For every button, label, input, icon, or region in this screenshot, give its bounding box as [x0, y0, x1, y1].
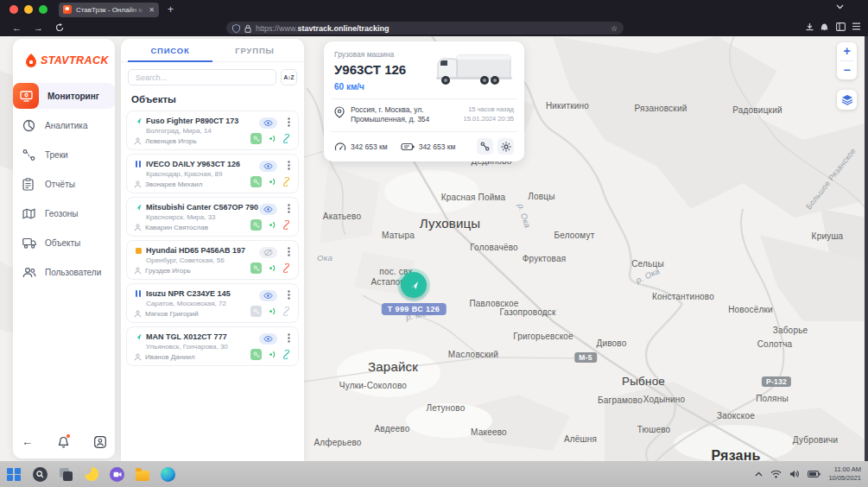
- search-input[interactable]: [128, 69, 276, 85]
- taskbar-search-button[interactable]: [33, 467, 48, 482]
- driver-icon: [134, 353, 142, 361]
- visibility-toggle[interactable]: [259, 204, 277, 215]
- ignition-key-icon[interactable]: [250, 262, 262, 274]
- map-label: Белоомут: [554, 231, 594, 240]
- pie-chart-icon: [22, 119, 36, 132]
- chevron-down-icon[interactable]: [836, 4, 844, 9]
- visibility-toggle[interactable]: [259, 117, 277, 129]
- visibility-toggle[interactable]: [259, 247, 277, 258]
- visibility-toggle[interactable]: [259, 290, 277, 301]
- sort-az-button[interactable]: A↕Z: [281, 69, 297, 85]
- sidebar-item-objects[interactable]: Объекты: [13, 230, 115, 256]
- zoom-in-button[interactable]: +: [837, 42, 857, 60]
- route-settings-button[interactable]: [477, 138, 493, 155]
- tab-list[interactable]: СПИСОК: [128, 39, 212, 62]
- tray-expand-icon[interactable]: [755, 471, 763, 477]
- tab-close-icon[interactable]: ✕: [149, 6, 155, 14]
- close-window-button[interactable]: [10, 5, 18, 14]
- vehicle-card[interactable]: Hyundai HD65 Р456АВ 197 Оренбург, Советс…: [126, 240, 299, 280]
- file-explorer-icon[interactable]: [136, 471, 149, 481]
- more-options-icon[interactable]: [288, 247, 290, 256]
- vehicle-card[interactable]: IVECO DAILY У963СТ 126 Краснодар, Красна…: [126, 154, 299, 193]
- connection-link-icon[interactable]: [282, 220, 291, 230]
- map-label: Рязановский: [635, 104, 687, 113]
- connection-link-icon[interactable]: [282, 307, 291, 316]
- edge-browser-icon[interactable]: [161, 467, 175, 482]
- more-options-icon[interactable]: [288, 117, 290, 127]
- url-bar[interactable]: https://www.stavtrack.online/tracking ☆: [226, 22, 624, 35]
- camera-app-icon[interactable]: [110, 467, 124, 482]
- scrollbar[interactable]: [865, 36, 868, 461]
- visibility-toggle[interactable]: [259, 161, 277, 172]
- ignition-key-icon[interactable]: [250, 349, 262, 360]
- vehicle-marker[interactable]: [401, 272, 427, 298]
- new-tab-button[interactable]: +: [168, 3, 174, 16]
- signal-icon[interactable]: [267, 350, 276, 359]
- settings-button[interactable]: [497, 138, 514, 155]
- driver-icon: [134, 310, 142, 318]
- sidebar-item-geozones[interactable]: Геозоны: [13, 200, 115, 226]
- extension-icon[interactable]: [820, 22, 829, 32]
- vehicle-card[interactable]: Fuso Fighter Р890СТ 173 Волгоград, Мира,…: [126, 111, 299, 150]
- collapse-sidebar-button[interactable]: ←: [22, 435, 33, 448]
- sidebar-panel-icon[interactable]: [836, 22, 846, 31]
- odometer-icon: [334, 142, 346, 152]
- task-view-button[interactable]: [59, 467, 73, 482]
- map-layers-button[interactable]: [837, 90, 857, 110]
- sidebar-item-tracks[interactable]: Треки: [13, 142, 115, 168]
- bookmark-star-icon[interactable]: ☆: [611, 24, 618, 33]
- sidebar-item-users[interactable]: Пользователи: [13, 259, 115, 285]
- vehicle-card[interactable]: MAN TGL Х012СТ 777 Ульяновск, Гончарова,…: [126, 326, 299, 366]
- ignition-key-icon[interactable]: [250, 133, 262, 144]
- visibility-toggle[interactable]: [259, 333, 277, 345]
- map-label: Дивово: [596, 338, 626, 348]
- wifi-icon[interactable]: [770, 470, 782, 478]
- more-options-icon[interactable]: [288, 204, 290, 213]
- back-icon[interactable]: ←: [12, 23, 22, 33]
- menu-icon[interactable]: [852, 22, 861, 30]
- map-label: Акатьево: [323, 212, 361, 221]
- map-label: Константиново: [652, 292, 714, 301]
- signal-icon[interactable]: [267, 263, 276, 273]
- more-options-icon[interactable]: [288, 333, 290, 343]
- sidebar-item-reports[interactable]: Отчёты: [13, 171, 115, 197]
- profile-button[interactable]: [94, 436, 106, 448]
- shield-icon: [232, 24, 240, 33]
- map-label: Рыбное: [622, 375, 665, 388]
- minimize-window-button[interactable]: [24, 5, 33, 14]
- tab-groups[interactable]: ГРУППЫ: [212, 39, 297, 61]
- battery-icon[interactable]: [808, 471, 820, 478]
- downloads-icon[interactable]: [805, 22, 814, 32]
- clock[interactable]: 11:00 AM 10/05/2021: [828, 465, 861, 483]
- clock-date: 10/05/2021: [828, 474, 861, 483]
- zoom-out-button[interactable]: −: [837, 61, 857, 79]
- more-options-icon[interactable]: [288, 290, 290, 300]
- reload-icon[interactable]: [55, 23, 64, 32]
- vehicle-card[interactable]: Mitsubishi Canter С567ОР 790 Красноярск,…: [126, 197, 299, 237]
- connection-link-icon[interactable]: [282, 134, 291, 143]
- connection-link-icon[interactable]: [282, 263, 291, 273]
- connection-link-icon[interactable]: [282, 350, 291, 359]
- map-label: Авдеево: [375, 424, 410, 433]
- maximize-window-button[interactable]: [39, 5, 48, 14]
- ignition-key-icon[interactable]: [250, 176, 262, 187]
- signal-icon[interactable]: [267, 177, 276, 187]
- start-button[interactable]: [7, 467, 22, 482]
- signal-icon[interactable]: [267, 220, 276, 230]
- signal-icon[interactable]: [267, 134, 276, 143]
- notifications-button[interactable]: [58, 436, 69, 448]
- ignition-key-icon[interactable]: [250, 306, 262, 317]
- forward-icon[interactable]: →: [34, 23, 43, 33]
- signal-icon[interactable]: [267, 307, 276, 316]
- moon-app-icon[interactable]: [85, 467, 98, 481]
- sidebar-item-monitoring[interactable]: Мониторинг: [13, 83, 115, 109]
- map-label: Зарайск: [368, 359, 418, 374]
- volume-icon[interactable]: [789, 470, 800, 478]
- lock-icon: [244, 24, 251, 33]
- ignition-key-icon[interactable]: [250, 219, 262, 231]
- connection-link-icon[interactable]: [282, 177, 291, 187]
- sidebar-item-analytics[interactable]: Аналитика: [13, 112, 115, 138]
- browser-tab[interactable]: СтавТрэк - Онлайн мониторин ✕: [59, 3, 159, 17]
- vehicle-card[interactable]: Isuzu NPR С234УЕ 145 Саратов, Московская…: [126, 283, 299, 323]
- more-options-icon[interactable]: [288, 161, 290, 170]
